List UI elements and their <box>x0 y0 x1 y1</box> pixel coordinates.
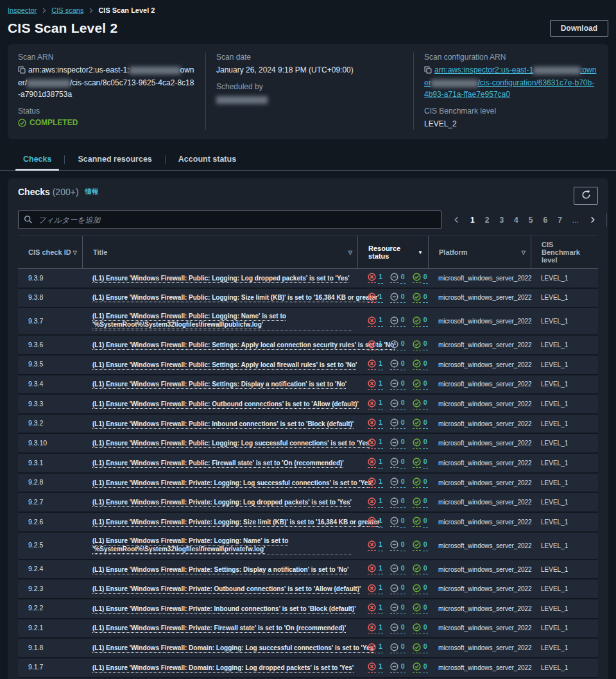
page-2-button[interactable]: 2 <box>480 214 495 227</box>
failed-count[interactable]: 1 <box>368 623 383 634</box>
skipped-count[interactable]: 0 <box>390 293 406 304</box>
download-button[interactable]: Download <box>550 20 608 37</box>
skipped-count[interactable]: 0 <box>390 273 406 284</box>
page-3-button[interactable]: 3 <box>494 214 509 227</box>
skipped-count[interactable]: 0 <box>390 359 406 370</box>
passed-count[interactable]: 0 <box>413 517 428 528</box>
breadcrumb-inspector[interactable]: Inspector <box>8 6 37 14</box>
check-title-link[interactable]: (L1) Ensure 'Windows Firewall: Private: … <box>92 605 356 612</box>
check-title-link[interactable]: (L1) Ensure 'Windows Firewall: Private: … <box>92 479 373 486</box>
column-header-title[interactable]: Title▽ <box>82 236 357 268</box>
previous-page-button[interactable] <box>449 214 464 226</box>
skipped-count[interactable]: 0 <box>390 438 406 449</box>
skipped-count[interactable]: 0 <box>390 379 406 390</box>
failed-count[interactable]: 1 <box>368 517 383 528</box>
failed-count[interactable]: 1 <box>368 379 383 390</box>
skipped-count[interactable]: 0 <box>390 477 406 488</box>
skipped-count[interactable]: 0 <box>390 517 406 528</box>
skipped-count[interactable]: 0 <box>390 497 406 508</box>
check-title-link[interactable]: (L1) Ensure 'Windows Firewall: Public: O… <box>92 400 359 408</box>
skipped-count[interactable]: 0 <box>390 540 406 551</box>
config-arn-link[interactable]: arn:aws:inspector2:us-east-1████████████… <box>424 65 596 99</box>
skipped-count[interactable]: 0 <box>390 458 406 468</box>
failed-count[interactable]: 1 <box>368 477 383 488</box>
skipped-count[interactable]: 0 <box>390 564 406 575</box>
passed-count[interactable]: 0 <box>413 293 428 304</box>
passed-count[interactable]: 0 <box>413 477 428 488</box>
check-title-link[interactable]: (L1) Ensure 'Windows Firewall: Public: F… <box>92 460 344 467</box>
skipped-count[interactable]: 0 <box>390 418 406 429</box>
passed-count[interactable]: 0 <box>413 497 428 508</box>
tab-checks[interactable]: Checks <box>10 150 64 170</box>
page-1-button[interactable]: 1 <box>465 214 480 227</box>
failed-count[interactable]: 1 <box>368 642 383 653</box>
check-title-link[interactable]: (L1) Ensure 'Windows Firewall: Public: L… <box>92 275 350 282</box>
check-title-link[interactable]: (L1) Ensure 'Windows Firewall: Public: I… <box>92 420 354 427</box>
failed-count[interactable]: 1 <box>368 316 383 327</box>
check-title-link[interactable]: (L1) Ensure 'Windows Firewall: Domain: L… <box>92 644 375 651</box>
failed-count[interactable]: 1 <box>368 418 383 429</box>
check-title-link[interactable]: (L1) Ensure 'Windows Firewall: Public: L… <box>92 313 286 328</box>
skipped-count[interactable]: 0 <box>390 316 406 327</box>
column-header-resource-status[interactable]: Resource status▼ <box>357 236 428 268</box>
failed-count[interactable]: 1 <box>368 399 383 409</box>
check-title-link[interactable]: (L1) Ensure 'Windows Firewall: Public: S… <box>92 341 395 348</box>
passed-count[interactable]: 0 <box>413 662 428 673</box>
failed-count[interactable]: 1 <box>368 583 383 594</box>
failed-count[interactable]: 1 <box>368 603 383 614</box>
check-title-link[interactable]: (L1) Ensure 'Windows Firewall: Public: S… <box>92 361 357 368</box>
passed-count[interactable]: 0 <box>413 583 428 594</box>
info-link[interactable]: 情報 <box>85 187 98 195</box>
check-title-link[interactable]: (L1) Ensure 'Windows Firewall: Private: … <box>92 499 352 506</box>
check-title-link[interactable]: (L1) Ensure 'Windows Firewall: Public: L… <box>92 440 371 447</box>
tab-account-status[interactable]: Account status <box>166 150 249 170</box>
check-title-link[interactable]: (L1) Ensure 'Windows Firewall: Private: … <box>92 566 348 573</box>
failed-count[interactable]: 1 <box>368 662 383 673</box>
passed-count[interactable]: 0 <box>413 540 428 551</box>
passed-count[interactable]: 0 <box>413 438 428 449</box>
failed-count[interactable]: 1 <box>368 458 383 468</box>
passed-count[interactable]: 0 <box>413 273 428 284</box>
skipped-count[interactable]: 0 <box>390 603 406 614</box>
tab-scanned-resources[interactable]: Scanned resources <box>65 150 164 170</box>
failed-count[interactable]: 1 <box>368 359 383 370</box>
failed-count[interactable]: 1 <box>368 497 383 508</box>
refresh-button[interactable] <box>574 187 598 205</box>
check-title-link[interactable]: (L1) Ensure 'Windows Firewall: Private: … <box>92 624 346 632</box>
passed-count[interactable]: 0 <box>413 418 428 429</box>
skipped-count[interactable]: 0 <box>390 662 406 673</box>
failed-count[interactable]: 1 <box>368 540 383 551</box>
page-4-button[interactable]: 4 <box>509 214 524 227</box>
check-title-link[interactable]: (L1) Ensure 'Windows Firewall: Public: L… <box>92 294 379 301</box>
breadcrumb-cis-scans[interactable]: CIS scans <box>51 6 83 14</box>
passed-count[interactable]: 0 <box>413 340 428 350</box>
skipped-count[interactable]: 0 <box>390 623 406 634</box>
check-title-link[interactable]: (L1) Ensure 'Windows Firewall: Domain: L… <box>92 664 354 671</box>
preferences-gear-button[interactable]: ⚙ <box>613 214 616 227</box>
check-title-link[interactable]: (L1) Ensure 'Windows Firewall: Private: … <box>92 537 288 553</box>
passed-count[interactable]: 0 <box>413 399 428 409</box>
column-header-cis-check-id[interactable]: CIS check ID▽ <box>18 236 82 268</box>
next-page-button[interactable] <box>585 214 600 226</box>
passed-count[interactable]: 0 <box>413 379 428 390</box>
copy-icon[interactable] <box>18 65 26 77</box>
skipped-count[interactable]: 0 <box>390 583 406 594</box>
failed-count[interactable]: 1 <box>368 340 383 350</box>
passed-count[interactable]: 0 <box>413 603 428 614</box>
page-6-button[interactable]: 6 <box>538 214 552 227</box>
copy-icon[interactable] <box>424 65 432 77</box>
passed-count[interactable]: 0 <box>413 564 428 575</box>
skipped-count[interactable]: 0 <box>390 642 406 653</box>
failed-count[interactable]: 1 <box>368 564 383 575</box>
passed-count[interactable]: 0 <box>413 458 428 468</box>
filter-input[interactable] <box>18 211 441 229</box>
check-title-link[interactable]: (L1) Ensure 'Windows Firewall: Private: … <box>92 585 361 592</box>
failed-count[interactable]: 1 <box>368 273 383 284</box>
column-header-platform[interactable]: Platform▽ <box>428 236 531 268</box>
passed-count[interactable]: 0 <box>413 623 428 634</box>
check-title-link[interactable]: (L1) Ensure 'Windows Firewall: Private: … <box>92 519 381 526</box>
failed-count[interactable]: 1 <box>368 293 383 304</box>
column-header-benchmark-level[interactable]: CIS Benchmark level <box>531 236 598 268</box>
page-7-button[interactable]: 7 <box>552 214 567 227</box>
passed-count[interactable]: 0 <box>413 316 428 327</box>
